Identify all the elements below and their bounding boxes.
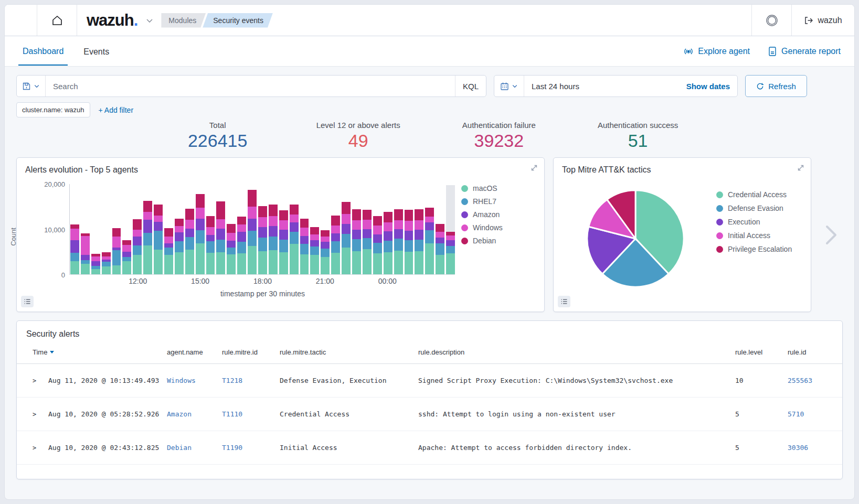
bar-segment-macos (81, 264, 90, 274)
cell-mitre-id-link[interactable]: T1218 (222, 377, 280, 384)
bar[interactable] (269, 185, 278, 274)
legend-item-execution[interactable]: Execution (716, 218, 800, 226)
bar[interactable] (405, 185, 413, 274)
cell-rule-id-link[interactable]: 5710 (788, 410, 836, 418)
bar-segment-macos (154, 250, 163, 274)
bar[interactable] (394, 185, 403, 274)
legend-item-rhel7[interactable]: RHEL7 (461, 197, 535, 206)
legend-item-debian[interactable]: Debian (461, 237, 535, 245)
chevron-down-icon[interactable] (145, 16, 154, 25)
bar[interactable] (175, 185, 184, 274)
bar[interactable] (248, 185, 257, 274)
bar[interactable] (70, 185, 79, 274)
expand-icon[interactable] (797, 164, 804, 171)
panel-list-icon-button[interactable] (21, 296, 34, 307)
row-expand-chevron[interactable]: > (33, 377, 48, 384)
cell-rule-id-link[interactable]: 30306 (788, 444, 836, 452)
search-input[interactable] (46, 82, 455, 91)
column-header-rule-description[interactable]: rule.description (418, 348, 735, 356)
refresh-button[interactable]: Refresh (745, 75, 807, 97)
wazuh-logo[interactable]: wazuh. (77, 11, 143, 30)
bar[interactable] (237, 185, 246, 274)
bar-segment-rhel7 (81, 260, 90, 264)
column-header-time[interactable]: Time (33, 348, 167, 356)
tab-dashboard[interactable]: Dashboard (18, 37, 68, 66)
bar[interactable] (164, 185, 173, 274)
row-expand-chevron[interactable]: > (33, 411, 48, 418)
column-header-agent-name[interactable]: agent.name (167, 348, 222, 356)
user-menu[interactable]: wazuh (791, 5, 854, 36)
bar[interactable] (216, 185, 225, 274)
bar[interactable] (258, 185, 267, 274)
alerts-evolution-panel: Alerts evolution - Top 5 agents Count 01… (16, 157, 545, 312)
bar[interactable] (290, 185, 299, 274)
cell-rule-id-link[interactable]: 255563 (788, 377, 836, 384)
bar[interactable] (206, 185, 215, 274)
next-panels-button[interactable] (820, 157, 843, 312)
calendar-button[interactable] (494, 76, 524, 96)
bar[interactable] (112, 185, 121, 274)
bar[interactable] (143, 185, 152, 274)
column-header-rule-mitre-tactic[interactable]: rule.mitre.tactic (280, 348, 418, 356)
panel-list-icon-button[interactable] (558, 296, 570, 307)
bar-segment-amazon (342, 224, 351, 234)
legend-item-initial-access[interactable]: Initial Access (716, 231, 800, 240)
bar[interactable] (196, 185, 205, 274)
cell-agent-name-link[interactable]: Windows (167, 377, 222, 384)
bar[interactable] (436, 185, 444, 274)
bar[interactable] (133, 185, 142, 274)
saved-queries-button[interactable] (17, 76, 46, 96)
legend-item-credential-access[interactable]: Credential Access (716, 190, 800, 199)
legend-item-privilege-escalation[interactable]: Privilege Escalation (716, 245, 800, 253)
bar[interactable] (310, 185, 319, 274)
bar[interactable] (279, 185, 288, 274)
legend-item-macos[interactable]: macOS (461, 184, 535, 192)
legend-item-defense-evasion[interactable]: Defense Evasion (716, 204, 800, 212)
time-range-value[interactable]: Last 24 hours (524, 82, 679, 91)
bar[interactable] (321, 185, 330, 274)
cell-agent-name-link[interactable]: Debian (167, 444, 222, 452)
column-header-rule-mitre-id[interactable]: rule.mitre.id (222, 348, 280, 356)
generate-report-button[interactable]: Generate report (768, 46, 841, 57)
bar[interactable] (300, 185, 309, 274)
bar[interactable] (185, 185, 194, 274)
bar-segment-windows (415, 220, 423, 230)
bar[interactable] (425, 185, 434, 274)
home-button[interactable] (37, 5, 77, 36)
cell-mitre-id-link[interactable]: T1190 (222, 444, 280, 452)
bar[interactable] (415, 185, 423, 274)
cell-agent-name-link[interactable]: Amazon (167, 410, 222, 418)
health-indicator-button[interactable] (751, 5, 791, 36)
column-header-rule-id[interactable]: rule.id (788, 348, 836, 356)
bar[interactable] (352, 185, 361, 274)
bar[interactable] (122, 185, 131, 274)
bar[interactable] (154, 185, 163, 274)
legend-label: Windows (473, 223, 503, 232)
bar-segment-windows (405, 221, 413, 231)
bar[interactable] (446, 185, 455, 274)
add-filter-button[interactable]: + Add filter (99, 106, 134, 114)
bar[interactable] (373, 185, 382, 274)
row-expand-chevron[interactable]: > (33, 444, 48, 452)
breadcrumb-modules[interactable]: Modules (161, 13, 206, 28)
cell-mitre-id-link[interactable]: T1110 (222, 410, 280, 418)
bar[interactable] (331, 185, 340, 274)
legend-item-windows[interactable]: Windows (461, 223, 535, 232)
bar[interactable] (363, 185, 372, 274)
legend-dot (716, 232, 723, 239)
kql-button[interactable]: KQL (455, 76, 486, 96)
bar[interactable] (227, 185, 236, 274)
expand-icon[interactable] (531, 164, 538, 171)
show-dates-button[interactable]: Show dates (679, 82, 737, 91)
bar[interactable] (342, 185, 351, 274)
legend-item-amazon[interactable]: Amazon (461, 210, 535, 219)
bar[interactable] (91, 185, 100, 274)
bar[interactable] (102, 185, 111, 274)
filter-pill-cluster-name[interactable]: cluster.name: wazuh (16, 102, 90, 117)
bar[interactable] (81, 185, 90, 274)
explore-agent-button[interactable]: Explore agent (683, 46, 750, 57)
menu-button[interactable] (5, 5, 37, 36)
tab-events[interactable]: Events (79, 38, 113, 65)
bar[interactable] (384, 185, 393, 274)
column-header-rule-level[interactable]: rule.level (735, 348, 788, 356)
